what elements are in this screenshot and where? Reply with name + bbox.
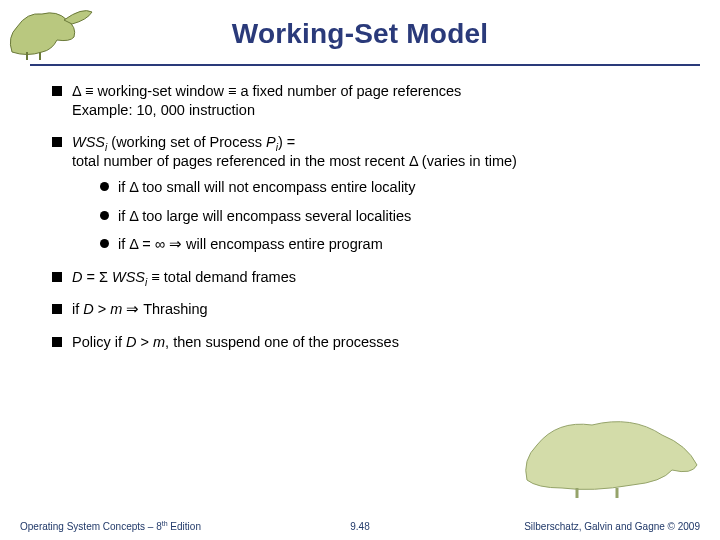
b2-mid: (working set of Process [107, 134, 266, 150]
b5-pre: Policy if [72, 334, 126, 350]
footer-center: 9.48 [350, 521, 369, 532]
bullet-list: Δ ≡ working-set window ≡ a fixed number … [52, 82, 690, 351]
bullet-1-line2: Example: 10, 000 instruction [72, 102, 255, 118]
slide: Working-Set Model Δ ≡ working-set window… [0, 0, 720, 540]
b2-sub2: if Δ too large will encompass several lo… [100, 207, 690, 226]
title-underline [30, 64, 700, 66]
bullet-2: WSSi (working set of Process Pi) = total… [52, 133, 690, 254]
b3-d: D [72, 269, 82, 285]
b4-d: D [83, 301, 93, 317]
b4-gt: > [94, 301, 111, 317]
footer-left-main: Operating System Concepts – 8 [20, 521, 162, 532]
footer-right: Silberschatz, Galvin and Gagne © 2009 [524, 521, 700, 532]
bullet-3: D = Σ WSSi ≡ total demand frames [52, 268, 690, 287]
bullet-5: Policy if D > m, then suspend one of the… [52, 333, 690, 352]
b4-post: ⇒ Thrashing [122, 301, 207, 317]
b2-wss: WSS [72, 134, 105, 150]
dinosaur-bottom-decoration [522, 410, 702, 500]
b5-m: m [153, 334, 165, 350]
b5-gt: > [136, 334, 153, 350]
b3-post: ≡ total demand frames [147, 269, 296, 285]
b3-wss: WSS [112, 269, 145, 285]
b2-sub1: if Δ too small will not encompass entire… [100, 178, 690, 197]
b2-p: P [266, 134, 276, 150]
bullet-1: Δ ≡ working-set window ≡ a fixed number … [52, 82, 690, 119]
bullet-1-line1: Δ ≡ working-set window ≡ a fixed number … [72, 83, 461, 99]
title-area: Working-Set Model [0, 18, 720, 50]
b3-mid: = Σ [82, 269, 112, 285]
footer-left: Operating System Concepts – 8th Edition [20, 521, 201, 532]
b5-post: , then suspend one of the processes [165, 334, 399, 350]
footer-left-post: Edition [168, 521, 201, 532]
b5-d: D [126, 334, 136, 350]
bullet-4: if D > m ⇒ Thrashing [52, 300, 690, 319]
b2-sub3: if Δ = ∞ ⇒ will encompass entire program [100, 235, 690, 254]
b4-pre: if [72, 301, 83, 317]
slide-title: Working-Set Model [0, 18, 720, 50]
b2-line2: total number of pages referenced in the … [72, 153, 517, 169]
b2-post: ) = [278, 134, 295, 150]
content-body: Δ ≡ working-set window ≡ a fixed number … [52, 82, 690, 365]
b4-m: m [110, 301, 122, 317]
bullet-2-sublist: if Δ too small will not encompass entire… [100, 178, 690, 254]
